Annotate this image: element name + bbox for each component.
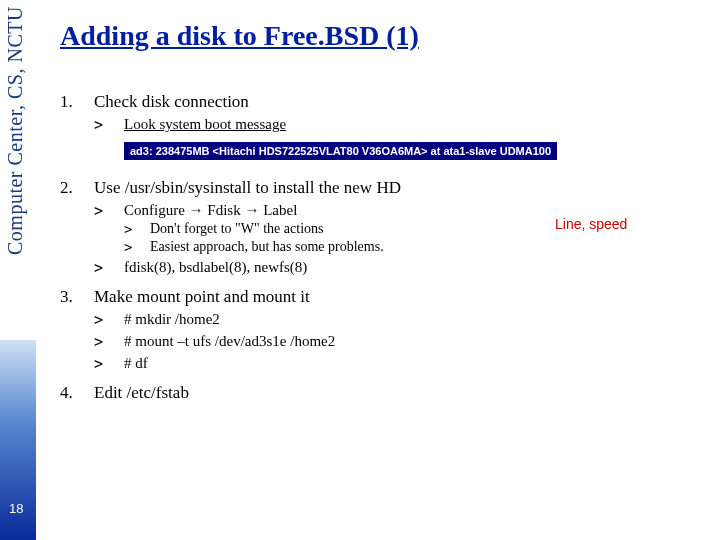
boot-message-box: ad3: 238475MB <Hitachi HDS722525VLAT80 V… — [124, 142, 557, 160]
item-text: Edit /etc/fstab — [94, 383, 189, 402]
sub-item: > # df — [94, 355, 700, 373]
bullet-marker: > — [94, 333, 124, 351]
bullet-marker: > — [94, 311, 124, 329]
sub-text: fdisk(8), bsdlabel(8), newfs(8) — [124, 259, 700, 277]
sub-text: # mkdir /home2 — [124, 311, 700, 329]
bullet-marker: > — [124, 221, 150, 237]
bullet-marker: > — [94, 259, 124, 277]
sub-item: > fdisk(8), bsdlabel(8), newfs(8) — [94, 259, 700, 277]
sub-item: > # mount –t ufs /dev/ad3s1e /home2 — [94, 333, 700, 351]
bullet-marker: > — [94, 202, 124, 255]
sub-item: > Look system boot message — [94, 116, 700, 134]
item-number: 4. — [60, 383, 94, 403]
sub-text: # mount –t ufs /dev/ad3s1e /home2 — [124, 333, 700, 351]
sub-text: Look system boot message — [124, 116, 700, 134]
page-number: 18 — [9, 501, 23, 516]
item-text: Use /usr/sbin/sysinstall to install the … — [94, 178, 401, 197]
sidebar-label: Computer Center, CS, NCTU — [4, 6, 27, 326]
sub2-item: > Easiest approach, but has some problem… — [124, 239, 700, 255]
item-text: Make mount point and mount it — [94, 287, 310, 306]
item-number: 3. — [60, 287, 94, 373]
sub-text: Configure → Fdisk → Label — [124, 202, 297, 218]
sub2-text: Easiest approach, but has some problems. — [150, 239, 700, 255]
bullet-marker: > — [94, 355, 124, 373]
item-number: 2. — [60, 178, 94, 277]
sub-item: > # mkdir /home2 — [94, 311, 700, 329]
sub-text: # df — [124, 355, 700, 373]
item-4: 4. Edit /etc/fstab — [60, 383, 700, 403]
bullet-marker: > — [124, 239, 150, 255]
item-number: 1. — [60, 92, 94, 168]
annotation-label: Line, speed — [555, 216, 627, 232]
slide-title: Adding a disk to Free.BSD (1) — [60, 20, 700, 52]
bullet-marker: > — [94, 116, 124, 134]
main-list: 1. Check disk connection > Look system b… — [60, 92, 700, 403]
item-1: 1. Check disk connection > Look system b… — [60, 92, 700, 168]
item-3: 3. Make mount point and mount it > # mkd… — [60, 287, 700, 373]
item-text: Check disk connection — [94, 92, 249, 111]
